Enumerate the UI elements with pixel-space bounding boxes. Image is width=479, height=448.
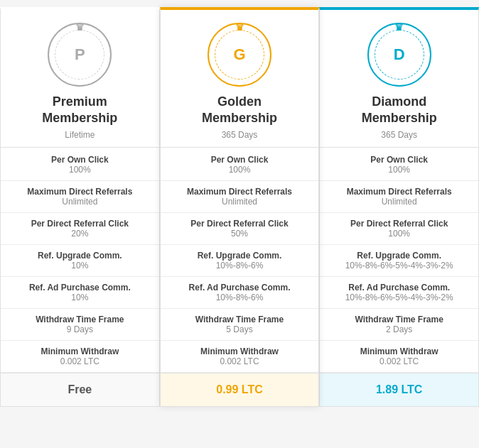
feature-row-golden-3: Ref. Upgrade Comm.10%-8%-6% <box>161 245 319 277</box>
badge-circle-premium: ♛P <box>48 23 112 87</box>
feature-value-premium-2: 20% <box>8 229 152 239</box>
badge-letter-golden: ♛G <box>215 30 264 80</box>
crown-icon-golden: ♛ <box>235 21 244 33</box>
membership-duration-diamond: 365 Days <box>381 130 417 140</box>
membership-title-premium: Premium Membership <box>35 94 124 127</box>
feature-value-golden-1: Unlimited <box>168 197 312 207</box>
feature-row-golden-0: Per Own Click100% <box>161 149 319 181</box>
feature-label-diamond-3: Ref. Upgrade Comm. <box>327 251 471 261</box>
feature-value-premium-0: 100% <box>8 165 152 175</box>
feature-row-diamond-1: Maximum Direct ReferralsUnlimited <box>320 181 478 213</box>
feature-label-diamond-5: Withdraw Time Frame <box>327 315 471 324</box>
feature-label-premium-3: Ref. Upgrade Comm. <box>8 251 152 261</box>
feature-row-diamond-5: Withdraw Time Frame2 Days <box>320 309 478 341</box>
badge-letter-diamond: ♛D <box>375 30 424 80</box>
feature-row-golden-5: Withdraw Time Frame5 Days <box>161 309 319 341</box>
feature-row-premium-6: Minimum Withdraw0.002 LTC <box>1 341 159 373</box>
feature-value-golden-5: 5 Days <box>168 324 312 334</box>
membership-title-golden: Golden Membership <box>195 94 284 127</box>
feature-label-golden-4: Ref. Ad Purchase Comm. <box>168 283 312 293</box>
feature-value-diamond-0: 100% <box>327 165 471 175</box>
feature-label-premium-0: Per Own Click <box>8 155 152 165</box>
feature-row-golden-4: Ref. Ad Purchase Comm.10%-8%-6% <box>161 277 319 309</box>
price-button-diamond[interactable]: 1.89 LTC <box>320 373 478 406</box>
feature-row-golden-1: Maximum Direct ReferralsUnlimited <box>161 181 319 213</box>
badge-premium: ♛P <box>48 23 112 87</box>
pricing-card-golden: ♛GGolden Membership365 DaysPer Own Click… <box>160 7 320 407</box>
feature-row-premium-3: Ref. Upgrade Comm.10% <box>1 245 159 277</box>
badge-diamond: ♛D <box>367 23 431 87</box>
feature-value-diamond-3: 10%-8%-6%-5%-4%-3%-2% <box>327 261 471 271</box>
feature-row-diamond-4: Ref. Ad Purchase Comm.10%-8%-6%-5%-4%-3%… <box>320 277 478 309</box>
feature-value-diamond-5: 2 Days <box>327 324 471 334</box>
feature-label-diamond-0: Per Own Click <box>327 155 471 165</box>
pricing-card-premium: ♛PPremium MembershipLifetimePer Own Clic… <box>0 7 160 407</box>
badge-golden: ♛G <box>208 23 271 87</box>
feature-value-golden-0: 100% <box>168 165 312 175</box>
feature-row-diamond-0: Per Own Click100% <box>320 149 478 181</box>
feature-value-golden-3: 10%-8%-6% <box>168 261 312 271</box>
feature-row-premium-4: Ref. Ad Purchase Comm.10% <box>1 277 159 309</box>
feature-label-golden-0: Per Own Click <box>168 155 312 165</box>
feature-label-premium-6: Minimum Withdraw <box>8 346 152 356</box>
feature-label-premium-4: Ref. Ad Purchase Comm. <box>8 283 152 293</box>
feature-value-golden-6: 0.002 LTC <box>168 356 312 366</box>
feature-value-golden-2: 50% <box>168 229 312 239</box>
badge-circle-diamond: ♛D <box>367 23 431 87</box>
feature-label-premium-1: Maximum Direct Referrals <box>8 187 152 197</box>
feature-row-diamond-6: Minimum Withdraw0.002 LTC <box>320 341 478 373</box>
badge-circle-golden: ♛G <box>208 23 271 87</box>
membership-duration-golden: 365 Days <box>222 130 258 140</box>
feature-label-diamond-6: Minimum Withdraw <box>327 346 471 356</box>
feature-value-premium-3: 10% <box>8 261 152 271</box>
feature-value-golden-4: 10%-8%-6% <box>168 293 312 302</box>
feature-value-premium-4: 10% <box>8 293 152 302</box>
membership-duration-premium: Lifetime <box>65 130 95 140</box>
feature-row-premium-1: Maximum Direct ReferralsUnlimited <box>1 181 159 213</box>
pricing-container: ♛PPremium MembershipLifetimePer Own Clic… <box>0 7 479 407</box>
feature-value-diamond-1: Unlimited <box>327 197 471 207</box>
feature-label-premium-2: Per Direct Referral Click <box>8 219 152 229</box>
crown-icon-diamond: ♛ <box>394 21 404 33</box>
feature-value-diamond-6: 0.002 LTC <box>327 356 471 366</box>
feature-row-premium-0: Per Own Click100% <box>1 149 159 181</box>
feature-label-golden-6: Minimum Withdraw <box>168 346 312 356</box>
feature-value-premium-6: 0.002 LTC <box>8 356 152 366</box>
price-button-premium[interactable]: Free <box>1 373 159 406</box>
feature-label-diamond-4: Ref. Ad Purchase Comm. <box>327 283 471 293</box>
badge-letter-premium: ♛P <box>55 30 104 80</box>
pricing-card-diamond: ♛DDiamond Membership365 DaysPer Own Clic… <box>319 7 479 407</box>
feature-label-golden-3: Ref. Upgrade Comm. <box>168 251 312 261</box>
feature-label-golden-1: Maximum Direct Referrals <box>168 187 312 197</box>
price-button-golden[interactable]: 0.99 LTC <box>161 373 319 406</box>
crown-icon-premium: ♛ <box>75 21 85 33</box>
feature-row-golden-6: Minimum Withdraw0.002 LTC <box>161 341 319 373</box>
membership-title-diamond: Diamond Membership <box>355 94 444 127</box>
feature-row-golden-2: Per Direct Referral Click50% <box>161 213 319 245</box>
feature-row-diamond-2: Per Direct Referral Click100% <box>320 213 478 245</box>
feature-row-diamond-3: Ref. Upgrade Comm.10%-8%-6%-5%-4%-3%-2% <box>320 245 478 277</box>
feature-row-premium-5: Withdraw Time Frame9 Days <box>1 309 159 341</box>
feature-value-diamond-2: 100% <box>327 229 471 239</box>
feature-value-diamond-4: 10%-8%-6%-5%-4%-3%-2% <box>327 293 471 302</box>
feature-label-diamond-2: Per Direct Referral Click <box>327 219 471 229</box>
feature-value-premium-1: Unlimited <box>8 197 152 207</box>
feature-row-premium-2: Per Direct Referral Click20% <box>1 213 159 245</box>
feature-label-golden-5: Withdraw Time Frame <box>168 315 312 324</box>
feature-label-diamond-1: Maximum Direct Referrals <box>327 187 471 197</box>
feature-label-premium-5: Withdraw Time Frame <box>8 315 152 324</box>
feature-value-premium-5: 9 Days <box>8 324 152 334</box>
feature-label-golden-2: Per Direct Referral Click <box>168 219 312 229</box>
